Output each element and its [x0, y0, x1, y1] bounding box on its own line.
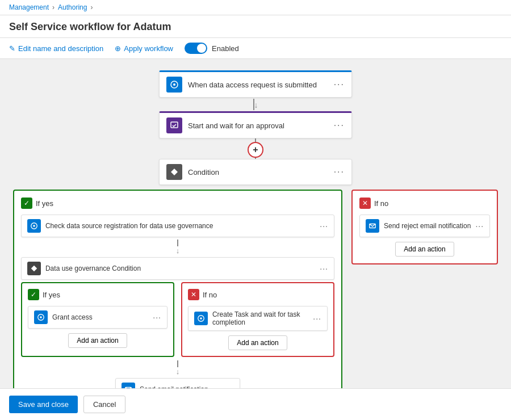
- check-data-node: Check data source registration for data …: [21, 215, 334, 237]
- edit-icon: ✎: [9, 44, 15, 53]
- cancel-button[interactable]: Cancel: [83, 396, 125, 413]
- branch-yes-label: If yes: [36, 199, 53, 208]
- grant-access-label: Grant access: [52, 313, 148, 321]
- send-reject-label: Send reject email notification: [384, 222, 471, 230]
- enabled-toggle[interactable]: [185, 43, 207, 54]
- create-task-more[interactable]: ···: [313, 314, 321, 323]
- breadcrumb-sep-1: ›: [52, 3, 55, 11]
- add-action-outer-button[interactable]: Add an action: [395, 242, 454, 257]
- grant-access-more[interactable]: ···: [153, 313, 161, 322]
- inner-yes-label: If yes: [43, 291, 60, 299]
- trigger-more[interactable]: ···: [334, 79, 345, 90]
- svg-rect-2: [171, 122, 178, 128]
- inner-branch-yes: ✓ If yes Grant access ··· Add an action: [21, 282, 174, 357]
- inner-branches: ✓ If yes Grant access ··· Add an action: [21, 282, 334, 357]
- yes-check-icon: ✓: [21, 198, 32, 209]
- edit-name-button[interactable]: ✎ Edit name and description: [9, 44, 103, 53]
- toggle-container: Enabled: [185, 43, 239, 54]
- approval-label: Start and wait for an approval: [188, 121, 328, 130]
- approval-icon: [166, 117, 182, 133]
- svg-point-1: [173, 83, 175, 86]
- data-gov-label: Data use governance Condition: [45, 264, 315, 272]
- create-task-icon: [194, 312, 208, 325]
- apply-workflow-button[interactable]: ⊕ Apply workflow: [115, 44, 173, 53]
- inner-no-header: ✕ If no: [188, 289, 328, 300]
- condition-label: Condition: [188, 168, 328, 177]
- create-task-label: Create Task and wait for task completion: [212, 310, 308, 326]
- branch-yes-header: ✓ If yes: [21, 198, 334, 209]
- branches-row: ✓ If yes Check data source registration …: [13, 190, 498, 388]
- connector-1: ↓: [253, 98, 258, 111]
- workflow-center: When data access request is submitted ··…: [11, 70, 500, 388]
- add-button-container: +: [248, 138, 263, 159]
- svg-point-6: [40, 316, 42, 318]
- svg-point-8: [200, 317, 202, 320]
- send-reject-more[interactable]: ···: [475, 221, 484, 230]
- inner-no-icon: ✕: [188, 289, 199, 300]
- svg-point-4: [33, 225, 35, 227]
- trigger-node: When data access request is submitted ··…: [159, 70, 352, 98]
- check-data-label: Check data source registration for data …: [45, 222, 315, 230]
- send-reject-node: Send reject email notification ···: [359, 215, 490, 237]
- condition-node: Condition ···: [159, 159, 352, 185]
- data-gov-icon: [27, 262, 41, 275]
- save-close-button[interactable]: Save and close: [9, 396, 78, 413]
- branch-no-outer: ✕ If no Send reject email notification ·…: [351, 190, 498, 264]
- branch-no-label: If no: [374, 199, 388, 208]
- send-email-icon: [122, 383, 135, 388]
- send-reject-icon: [366, 219, 379, 233]
- page-title: Self Service workflow for Adatum: [0, 15, 511, 38]
- top-bar: Management › Authoring ›: [0, 0, 511, 15]
- add-step-button[interactable]: +: [248, 142, 263, 158]
- send-email-node: Send email notification ···: [115, 378, 240, 388]
- check-data-icon: [27, 219, 41, 233]
- condition-more[interactable]: ···: [334, 167, 345, 177]
- enabled-label: Enabled: [212, 44, 239, 53]
- data-gov-more[interactable]: ···: [320, 264, 328, 273]
- inner-branch-no: ✕ If no Create Task and wait for task co…: [181, 282, 334, 357]
- canvas: When data access request is submitted ··…: [0, 59, 511, 388]
- trigger-icon: [166, 77, 182, 93]
- breadcrumb-management[interactable]: Management: [9, 3, 49, 11]
- inner-yes-icon: ✓: [28, 289, 39, 300]
- approval-node: Start and wait for an approval ···: [159, 111, 352, 138]
- grant-access-icon: [34, 310, 48, 324]
- branch-no-header: ✕ If no: [359, 198, 490, 209]
- add-action-1-button[interactable]: Add an action: [68, 333, 127, 348]
- approval-more[interactable]: ···: [334, 120, 345, 131]
- bottom-bar: Save and close Cancel: [0, 388, 511, 420]
- trigger-label: When data access request is submitted: [188, 81, 328, 89]
- add-action-2-button[interactable]: Add an action: [228, 335, 287, 350]
- breadcrumb-authoring[interactable]: Authoring: [58, 3, 87, 11]
- inner-yes-header: ✓ If yes: [28, 289, 167, 300]
- condition-icon: [166, 164, 182, 180]
- grant-access-node: Grant access ···: [28, 306, 167, 329]
- toolbar: ✎ Edit name and description ⊕ Apply work…: [0, 38, 511, 59]
- plus-circle-icon: ⊕: [115, 44, 121, 53]
- inner-no-label: If no: [203, 291, 217, 299]
- create-task-node: Create Task and wait for task completion…: [188, 306, 328, 331]
- data-gov-node: Data use governance Condition ···: [21, 257, 334, 280]
- check-data-more[interactable]: ···: [320, 221, 328, 230]
- breadcrumb-sep-2: ›: [90, 3, 93, 11]
- branch-yes: ✓ If yes Check data source registration …: [13, 190, 342, 388]
- no-x-icon: ✕: [359, 198, 371, 209]
